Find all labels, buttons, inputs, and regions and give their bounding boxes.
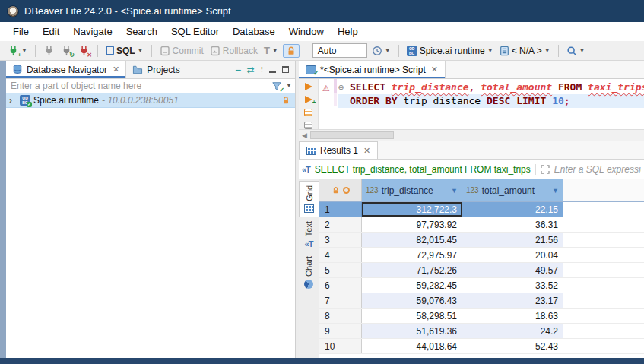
cell-total-amount[interactable]: 24.2	[462, 324, 563, 338]
table-row[interactable]: 951,619.3624.2	[319, 324, 644, 339]
sql-editor-button[interactable]: SQL ▼	[104, 44, 145, 58]
row-number[interactable]: 9	[319, 324, 362, 338]
maximize-icon[interactable]	[282, 66, 289, 73]
filter-funnel-icon[interactable]: ✓	[271, 81, 282, 91]
new-connection-button[interactable]: + ▼	[6, 43, 29, 58]
close-icon[interactable]: ✕	[363, 146, 370, 156]
row-number[interactable]: 8	[319, 309, 362, 323]
sort-descending-icon[interactable]: ▼	[451, 187, 458, 195]
table-row[interactable]: 1044,018.6452.43	[319, 339, 644, 354]
menu-file[interactable]: File	[6, 24, 36, 40]
search-button[interactable]: ▼	[565, 44, 587, 58]
column-header-trip-distance[interactable]: 123 trip_distance ▼	[362, 179, 462, 201]
transaction-log-button[interactable]: ▼	[370, 44, 392, 58]
cell-total-amount[interactable]: 52.43	[462, 339, 563, 353]
cell-total-amount[interactable]: 18.63	[462, 309, 563, 323]
close-icon[interactable]: ✕	[113, 65, 119, 74]
menu-help[interactable]: Help	[331, 24, 365, 40]
expand-chevron-icon[interactable]: ›	[9, 95, 17, 106]
cell-trip-distance[interactable]: 58,298.51	[362, 309, 462, 323]
autocommit-lock-toggle[interactable]	[283, 44, 300, 58]
menu-search[interactable]: Search	[119, 24, 164, 40]
cell-trip-distance[interactable]: 97,793.92	[362, 217, 462, 232]
link-with-editor-icon[interactable]: ⇄	[247, 65, 255, 75]
cell-trip-distance[interactable]: 44,018.64	[362, 339, 462, 353]
rollback-button[interactable]: Rollback	[208, 44, 259, 58]
reconnect-button[interactable]: ↻	[59, 43, 74, 58]
cell-total-amount[interactable]: 21.56	[462, 233, 563, 247]
column-header-total-amount[interactable]: 123 total_amount ▼	[462, 179, 563, 201]
commit-button[interactable]: Commit	[158, 44, 205, 58]
cell-total-amount[interactable]: 33.52	[462, 278, 563, 293]
tab-projects[interactable]: Projects	[126, 61, 186, 78]
row-number[interactable]: 2	[319, 217, 362, 232]
cell-trip-distance[interactable]: 59,282.45	[362, 278, 462, 293]
tab-database-navigator[interactable]: Database Navigator ✕	[6, 61, 126, 78]
menu-database[interactable]: Database	[226, 24, 282, 40]
connection-tree-item[interactable]: › ODBC✓ Spice.ai runtime - 10.0.0.238:50…	[6, 93, 295, 108]
cell-trip-distance[interactable]: 312,722.3	[362, 202, 462, 217]
collapse-all-icon[interactable]: ‒	[236, 65, 241, 75]
editor-horizontal-scrollbar[interactable]: ◀	[299, 129, 644, 141]
cell-total-amount[interactable]: 36.31	[462, 217, 563, 232]
result-filter-input[interactable]: Enter a SQL expression to	[554, 164, 641, 175]
row-number[interactable]: 6	[319, 278, 362, 293]
execute-statement-icon[interactable]	[305, 83, 312, 90]
view-menu-icon[interactable]: ⁝	[261, 65, 263, 74]
cell-trip-distance[interactable]: 72,975.97	[362, 248, 462, 262]
table-row[interactable]: 472,975.9720.04	[319, 248, 644, 263]
execute-new-tab-icon[interactable]: +	[305, 96, 312, 103]
code-lines[interactable]: ⊖SELECT trip_distance, total_amount FROM…	[337, 79, 644, 129]
cell-trip-distance[interactable]: 82,015.45	[362, 233, 462, 247]
connect-button[interactable]	[42, 43, 56, 58]
script-icon[interactable]	[304, 122, 312, 129]
close-icon[interactable]: ✕	[431, 65, 438, 74]
menu-edit[interactable]: Edit	[36, 24, 66, 40]
expand-icon[interactable]	[541, 165, 550, 174]
menu-sql-editor[interactable]: SQL Editor	[164, 24, 226, 40]
row-number[interactable]: 3	[319, 233, 362, 247]
object-filter-input[interactable]: Enter a part of object name here	[11, 81, 271, 91]
cell-total-amount[interactable]: 49.57	[462, 263, 563, 277]
fold-collapse-icon[interactable]: ⊖	[338, 81, 350, 94]
table-row[interactable]: 382,015.4521.56	[319, 233, 644, 248]
tab-text-view[interactable]: Text «T	[299, 217, 319, 252]
table-row[interactable]: 759,076.4323.17	[319, 293, 644, 309]
tab-results-1[interactable]: Results 1 ✕	[299, 141, 378, 159]
transaction-mode-combo[interactable]: Auto	[312, 43, 367, 58]
table-row[interactable]: 297,793.9236.31	[319, 217, 644, 233]
cell-total-amount[interactable]: 20.04	[462, 248, 563, 262]
cell-trip-distance[interactable]: 51,619.36	[362, 324, 462, 338]
active-connection-selector[interactable]: ODBC Spice.ai runtime ▼	[405, 44, 495, 58]
transaction-mode-button[interactable]: T ▼	[262, 43, 280, 58]
table-row[interactable]: 1312,722.322.15	[319, 202, 644, 217]
row-number[interactable]: 1	[319, 202, 362, 217]
tab-sql-script[interactable]: ✓ *<Spice.ai runtime> Script ✕	[299, 61, 446, 78]
active-database-selector[interactable]: < N/A > ▼	[498, 44, 552, 58]
tab-chart-view[interactable]: Chart	[299, 252, 319, 293]
table-row[interactable]: 858,298.5118.63	[319, 309, 644, 324]
execute-script-icon[interactable]	[304, 109, 312, 116]
menu-navigate[interactable]: Navigate	[66, 24, 119, 40]
scrollbar-thumb[interactable]	[310, 131, 394, 139]
row-number[interactable]: 5	[319, 263, 362, 277]
row-number[interactable]: 4	[319, 248, 362, 262]
row-number[interactable]: 7	[319, 293, 362, 308]
code-line[interactable]: ⊖SELECT trip_distance, total_amount FROM…	[338, 81, 644, 94]
table-row[interactable]: 571,752.2649.57	[319, 263, 644, 278]
cell-trip-distance[interactable]: 59,076.43	[362, 293, 462, 308]
cell-trip-distance[interactable]: 71,752.26	[362, 263, 462, 277]
menu-window[interactable]: Window	[282, 24, 331, 40]
cell-total-amount[interactable]: 23.17	[462, 293, 563, 308]
chevron-down-icon[interactable]: ▼	[286, 83, 292, 89]
code-line[interactable]: ORDER BY trip_distance DESC LIMIT 10;	[338, 94, 644, 108]
row-number[interactable]: 10	[319, 339, 362, 353]
grid-corner-cell[interactable]	[319, 179, 362, 201]
table-row[interactable]: 659,282.4533.52	[319, 278, 644, 293]
cell-total-amount[interactable]: 22.15	[462, 202, 563, 217]
minimize-icon[interactable]	[269, 67, 276, 73]
disconnect-button[interactable]: ✕	[77, 43, 91, 58]
scroll-left-icon[interactable]: ◀	[299, 131, 310, 139]
sort-descending-icon[interactable]: ▼	[552, 187, 559, 195]
tab-grid-view[interactable]: Grid	[299, 181, 319, 217]
